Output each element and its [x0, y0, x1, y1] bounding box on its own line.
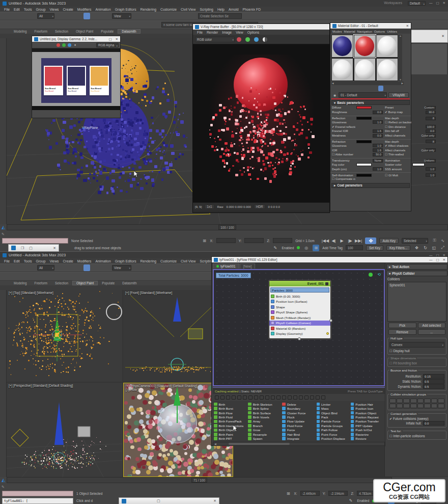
- depot-item[interactable]: Branch: [248, 423, 281, 428]
- toolbar-icon[interactable]: [83, 13, 90, 19]
- toolbar-icon[interactable]: [80, 273, 87, 280]
- mat-menu-item[interactable]: Utilities: [387, 30, 397, 33]
- depot-filter-icon[interactable]: [310, 395, 314, 400]
- mat-tool-icon[interactable]: [398, 86, 403, 91]
- key-filters-button[interactable]: Key Filters...: [386, 245, 410, 251]
- x-field[interactable]: [216, 238, 236, 243]
- ribbon-tab[interactable]: Freeform: [35, 30, 48, 33]
- time-scrollbar[interactable]: 71 / 100: [7, 477, 392, 483]
- toolbar-icon[interactable]: [51, 21, 58, 28]
- viewer-tool-icon[interactable]: [50, 43, 55, 47]
- xyz-lock-icon[interactable]: ⊞: [202, 237, 207, 244]
- mat-param-row[interactable]: Self-illumination ☐ GI Mult 1.0: [330, 172, 411, 177]
- toolbar-icon[interactable]: [123, 273, 129, 280]
- menu-item[interactable]: Create: [63, 259, 73, 263]
- depot-item[interactable]: Position Icon: [351, 406, 384, 410]
- mat-menu-item[interactable]: Navigation: [357, 30, 372, 33]
- mat-menu-item[interactable]: Material: [344, 30, 355, 33]
- mat-tool-icon[interactable]: [405, 86, 410, 91]
- depot-item[interactable]: Position Transfer: [351, 419, 384, 423]
- ribbon-tab[interactable]: Populate: [101, 30, 114, 33]
- menu-item[interactable]: Animation: [95, 259, 110, 263]
- ribbon-tab[interactable]: Object Paint: [76, 30, 93, 33]
- ribbon-tab[interactable]: Populate: [102, 281, 115, 285]
- workspace-dropdown[interactable]: Default: [408, 1, 426, 6]
- material-editor[interactable]: Material Editor - 01 - Default ✕ ModesMa…: [330, 22, 411, 211]
- mat-param-row[interactable]: Roughness 0.0 ✔ Bump map 30.0: [330, 110, 411, 115]
- toolbar-icon[interactable]: [139, 13, 146, 19]
- toolbar-icon[interactable]: [137, 21, 144, 28]
- toolbar-icon[interactable]: [9, 13, 15, 19]
- material-slot[interactable]: [376, 35, 398, 58]
- depot-item[interactable]: Position Object: [351, 411, 384, 415]
- material-slot[interactable]: [354, 58, 376, 81]
- viewer-title-bar[interactable]: Untitled.jpg, Display Gamma: 2.2, Inde..…: [32, 36, 120, 42]
- depot-item[interactable]: Birth Intersections: [214, 423, 247, 428]
- mono-channel-icon[interactable]: ●: [73, 43, 77, 47]
- toolbar-icon[interactable]: [108, 273, 115, 280]
- toolbar-icon[interactable]: [101, 273, 108, 280]
- sim-group-button[interactable]: [410, 404, 417, 408]
- mat-param-row[interactable]: Diffuse Preset Custom: [330, 105, 411, 110]
- toolbar-icon[interactable]: [2, 21, 8, 28]
- depot-item[interactable]: Push In/Out: [351, 428, 384, 432]
- go-start-icon[interactable]: |◀◀: [322, 237, 329, 244]
- color-swatch[interactable]: [412, 163, 425, 166]
- menu-item[interactable]: Modifiers: [77, 259, 92, 263]
- depot-filter-icon[interactable]: [276, 395, 281, 400]
- sim-group-button[interactable]: [403, 404, 410, 408]
- material-slot[interactable]: [376, 58, 398, 81]
- vfb-red-toggle[interactable]: [237, 37, 241, 42]
- time-tag-icon[interactable]: ⊞: [313, 245, 319, 251]
- toolbar-icon[interactable]: [146, 264, 153, 271]
- toolbar-icon[interactable]: [137, 273, 144, 280]
- depot-filter-icon[interactable]: [260, 395, 264, 400]
- depot-filter-icon[interactable]: [254, 395, 258, 400]
- menu-item[interactable]: File: [4, 8, 10, 11]
- toolbar-icon[interactable]: [160, 13, 167, 19]
- event-operator[interactable]: Mesh (TriMesh (Render)): [269, 315, 330, 321]
- mat-param-row[interactable]: ☐ Compensate camera exposure: [330, 177, 411, 181]
- toolbar-icon[interactable]: [23, 264, 30, 271]
- maxscript-mini-listener[interactable]: tyFlow001: [: [2, 498, 73, 504]
- toolbar-icon[interactable]: [16, 273, 22, 280]
- menu-item[interactable]: Civil View: [181, 259, 195, 263]
- maximize-viewport-icon[interactable]: ⤢: [439, 245, 446, 251]
- toolbar-icon[interactable]: [144, 273, 151, 280]
- hull-type-dropdown[interactable]: Convex: [389, 342, 444, 348]
- toolbar-icon[interactable]: [123, 21, 129, 28]
- viewer-close-button[interactable]: ✕: [116, 37, 118, 41]
- tyflow-title-bar[interactable]: tyFlow001 - [tyFlow FREE v1.129 Editor] …: [212, 257, 447, 262]
- event-header[interactable]: Event_001: [269, 281, 330, 286]
- depot-item[interactable]: Rasterize: [351, 432, 384, 436]
- depot-filter-icon[interactable]: [226, 395, 230, 400]
- event-operator[interactable]: Position Icon (Surface): [269, 299, 330, 305]
- depot-item[interactable]: Path Follow: [317, 428, 350, 432]
- event-operator[interactable]: Shape: [269, 304, 330, 310]
- toolbar-icon[interactable]: [151, 273, 158, 280]
- event-collapse-icon[interactable]: [325, 282, 328, 285]
- toolbar-icon[interactable]: [30, 21, 37, 28]
- depot-filter-icon[interactable]: [304, 395, 309, 400]
- depot-item[interactable]: Birth: [214, 402, 247, 406]
- viewport-label[interactable]: [+] [Front] [Standard] [Wireframe]: [125, 291, 172, 295]
- x-field[interactable]: -2.449cm: [300, 491, 320, 496]
- toolbar-icon[interactable]: [189, 264, 195, 271]
- menu-item[interactable]: Phoenix FD: [243, 8, 261, 11]
- toolbar-icon[interactable]: [98, 13, 104, 19]
- toolbar-icon[interactable]: [62, 13, 69, 19]
- menu-item[interactable]: Modifiers: [77, 8, 92, 11]
- more-button[interactable]: ...: [418, 329, 446, 335]
- toolbar-icon[interactable]: [91, 13, 97, 19]
- mat-param-row[interactable]: Translucency None Illumination Uniform: [330, 158, 411, 163]
- mat-close-button[interactable]: ✕: [406, 24, 409, 28]
- title-bar[interactable]: Untitled - Autodesk 3ds Max 2023 Workspa…: [0, 0, 448, 7]
- menu-item[interactable]: Help: [217, 8, 225, 11]
- toolbar-icon[interactable]: [66, 21, 72, 28]
- depot-item[interactable]: Birth Surface: [248, 411, 281, 415]
- toolbar-icon[interactable]: [101, 21, 108, 28]
- toolbar-icon[interactable]: [2, 264, 8, 271]
- mat-param-row[interactable]: Reflection Max depth 8: [330, 116, 411, 120]
- toolbar-icon[interactable]: [175, 13, 181, 19]
- taskbar-preview-top[interactable]: ❐▢✕: [8, 244, 59, 252]
